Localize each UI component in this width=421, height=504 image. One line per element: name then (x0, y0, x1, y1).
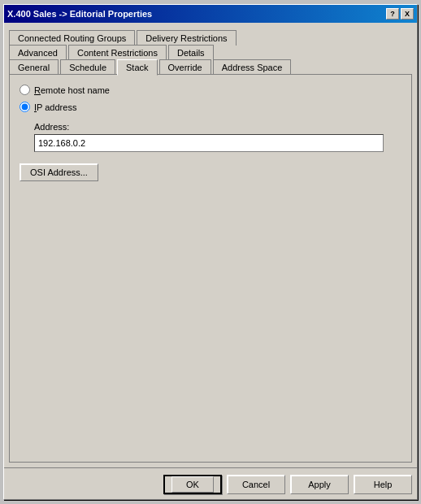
title-bar-controls: ? X (386, 8, 414, 20)
tab-row-2: Advanced Content Restrictions Details (9, 44, 412, 59)
radio-remote-host[interactable] (20, 85, 30, 95)
address-input[interactable] (34, 134, 384, 152)
address-label: Address: (34, 122, 401, 132)
tab-delivery-restrictions[interactable]: Delivery Restrictions (137, 30, 236, 46)
ok-button[interactable]: OK (163, 475, 222, 494)
tab-row-1: Connected Routing Groups Delivery Restri… (9, 29, 412, 45)
radio-remote-host-label: Remote host name (34, 85, 110, 95)
tab-advanced[interactable]: Advanced (9, 45, 67, 60)
help-button[interactable]: Help (354, 475, 412, 494)
tab-content-restrictions[interactable]: Content Restrictions (68, 45, 167, 60)
tab-schedule[interactable]: Schedule (60, 59, 115, 76)
tab-row-3: General Schedule Stack Override Address … (9, 59, 412, 75)
help-title-button[interactable]: ? (386, 8, 399, 20)
tab-address-space[interactable]: Address Space (213, 59, 292, 76)
radio-group: Remote host name IP address (20, 85, 401, 112)
cancel-button[interactable]: Cancel (227, 475, 285, 494)
radio-ip-address[interactable] (20, 102, 30, 112)
tab-stack[interactable]: Stack (117, 59, 158, 76)
tab-connected-routing-groups[interactable]: Connected Routing Groups (9, 30, 135, 46)
close-title-button[interactable]: X (401, 8, 414, 20)
apply-button[interactable]: Apply (290, 475, 349, 494)
title-bar: X.400 Sales -> Editorial Properties ? X (4, 5, 417, 23)
main-window: X.400 Sales -> Editorial Properties ? X … (3, 4, 418, 500)
radio-remote-host-item: Remote host name (20, 85, 401, 95)
button-bar: OK Cancel Apply Help (4, 467, 417, 499)
stack-tab-panel: Remote host name IP address Address: (9, 74, 412, 463)
tab-details[interactable]: Details (168, 45, 214, 60)
osi-address-button[interactable]: OSI Address... (20, 163, 98, 181)
tab-override[interactable]: Override (159, 59, 211, 76)
window-title: X.400 Sales -> Editorial Properties (7, 9, 152, 19)
dialog-content: Connected Routing Groups Delivery Restri… (4, 23, 417, 467)
address-section: Address: (34, 122, 401, 152)
radio-ip-item: IP address (20, 102, 401, 112)
tabs-container: Connected Routing Groups Delivery Restri… (9, 26, 412, 463)
radio-ip-address-label: IP address (34, 102, 76, 112)
tab-general[interactable]: General (9, 59, 59, 76)
